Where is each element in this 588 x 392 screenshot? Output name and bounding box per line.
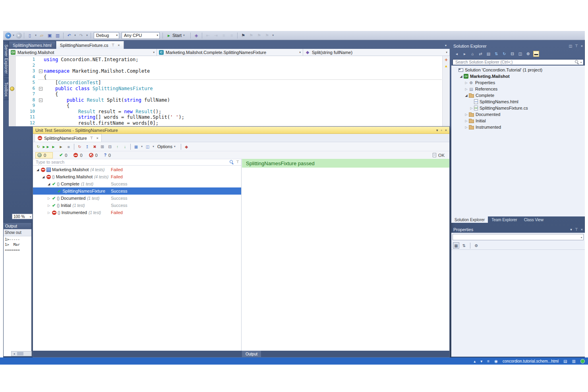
panel-tab-solution-explorer[interactable]: Solution Explorer: [451, 216, 488, 223]
code-line[interactable]: 10 Result result = new Result();: [9, 109, 442, 115]
editor-zoom-select[interactable]: 100 % ▾: [12, 214, 33, 219]
nav-forward-icon[interactable]: ▸: [16, 33, 22, 39]
output-text[interactable]: 1>-----1> Mar=======: [4, 236, 31, 357]
test-tree-row[interactable]: ▷✔()Initial(1 test)Success: [33, 202, 241, 209]
code-line[interactable]: 5 [ConcordionTest]: [9, 80, 442, 86]
code-line[interactable]: 12 result.firstName = words[0];: [9, 120, 442, 126]
run-all-icon[interactable]: ►►: [43, 143, 49, 150]
next-test-icon[interactable]: ↓: [122, 143, 128, 150]
pin-icon[interactable]: ⊤: [575, 44, 578, 48]
member-dropdown[interactable]: ◆ Split(string fullName) ▾: [303, 49, 450, 56]
solution-tree-row[interactable]: Solution 'Concordion.Tutorial' (1 projec…: [451, 67, 585, 73]
solution-explorer-titlebar[interactable]: Solution Explorer ◫⊤×: [451, 42, 585, 49]
panel-tab-team-explorer[interactable]: Team Explorer: [488, 216, 520, 223]
online-status-icon[interactable]: [580, 359, 585, 363]
code-line[interactable]: 6− public class SplittingNamesFixture: [9, 86, 442, 92]
breakpoint-margin[interactable]: [9, 109, 16, 115]
editor-annotation-bar[interactable]: + ▲: [442, 56, 450, 126]
coverage-caret-icon[interactable]: ▾: [152, 143, 155, 150]
stop-icon[interactable]: ■: [65, 143, 72, 150]
code-line[interactable]: 2: [9, 63, 442, 69]
breakpoint-margin[interactable]: [9, 97, 16, 103]
debug-run-icon[interactable]: ►: [58, 143, 64, 150]
breakpoint-margin[interactable]: [9, 68, 16, 74]
home-icon[interactable]: ⌂: [470, 51, 476, 57]
test-tree-row[interactable]: ◢Marketing.Mailshot(4 tests)Failed: [33, 166, 241, 173]
switch-views-icon[interactable]: ⇄: [478, 51, 484, 57]
forward-icon[interactable]: ▸: [462, 51, 468, 57]
nav-back-caret-icon[interactable]: ▾: [12, 32, 15, 39]
collapse-all-icon[interactable]: ⊟: [106, 143, 113, 150]
expander-expanded-icon[interactable]: ◢: [459, 75, 463, 78]
close-icon[interactable]: ×: [96, 136, 98, 140]
fold-margin[interactable]: −: [38, 97, 44, 103]
float-icon[interactable]: ▫: [441, 128, 442, 132]
counter-passed[interactable]: ✔0: [59, 153, 67, 158]
comment-icon[interactable]: ≡: [220, 32, 227, 39]
uncomment-icon[interactable]: ≡: [228, 32, 235, 39]
solution-tree-row[interactable]: ▷⚙Properties: [451, 79, 585, 86]
breakpoint-margin[interactable]: [9, 91, 16, 97]
scroll-left-icon[interactable]: ◂: [12, 351, 17, 356]
unit-test-marker-icon[interactable]: [10, 87, 14, 91]
scroll-down-icon[interactable]: ▾: [480, 359, 482, 363]
preview-selected-items-icon[interactable]: ▬: [533, 51, 539, 57]
debug-configuration-select[interactable]: Debug ▾: [94, 32, 119, 39]
test-tree-row[interactable]: ◢()Marketing.Mailshot(4 tests)Failed: [33, 173, 241, 180]
fold-margin[interactable]: −: [38, 68, 44, 74]
profiling-icon[interactable]: ◆: [183, 143, 190, 150]
sync-with-active-document-icon[interactable]: ⇅: [493, 51, 499, 57]
coverage-icon[interactable]: ◫: [144, 143, 151, 150]
test-tree-row[interactable]: ◢✔()Complete(1 test)Success: [33, 180, 241, 187]
solution-search-box[interactable]: ▾: [453, 59, 584, 65]
breakpoint-margin[interactable]: [9, 114, 16, 120]
expand-all-icon[interactable]: ⊞: [99, 143, 106, 150]
expander-collapsed-icon[interactable]: ▷: [47, 197, 51, 200]
project-dropdown[interactable]: C# Marketing.Mailshot ▾: [9, 49, 157, 56]
remove-session-icon[interactable]: ✖: [91, 143, 98, 150]
alphabetical-icon[interactable]: ⇅: [461, 242, 467, 249]
refresh-icon[interactable]: ↻: [501, 51, 507, 57]
undo-icon[interactable]: ↶: [66, 32, 73, 39]
start-debugging-button[interactable]: ► Start ▾: [165, 32, 188, 39]
clear-bookmarks-icon[interactable]: ⚑: [263, 32, 271, 39]
solution-tree-row[interactable]: ▷C#SplittingNamesFixture.cs: [451, 105, 585, 111]
solution-tree-row[interactable]: ▷Initial: [451, 118, 585, 124]
collapse-all-icon[interactable]: ⊟: [509, 51, 515, 57]
test-tree-row[interactable]: ▷()Instrumented(1 test)Failed: [33, 209, 241, 216]
open-file-icon[interactable]: ▱: [38, 32, 45, 39]
fold-collapse-icon[interactable]: −: [39, 87, 43, 91]
sidebar-tab-server-explorer[interactable]: Server Explorer: [3, 41, 9, 77]
panel-tab-class-view[interactable]: Class View: [521, 216, 547, 223]
previous-test-icon[interactable]: ↑: [114, 143, 121, 150]
pin-icon[interactable]: ⊤: [111, 43, 114, 47]
solution-tree-row[interactable]: ▷Instrumented: [451, 124, 585, 130]
pending-changes-icon[interactable]: ▤: [485, 51, 491, 57]
breakpoint-margin[interactable]: [9, 63, 16, 69]
breakpoint-margin[interactable]: [9, 86, 16, 92]
nav-back-icon[interactable]: ◂: [5, 33, 11, 39]
redo-icon[interactable]: ↷: [77, 32, 85, 39]
code-editor[interactable]: 1using Concordion.NET.Integration;23−nam…: [9, 56, 450, 126]
test-tree-row[interactable]: ✔SplittingNamesFixtureSuccess: [33, 187, 241, 195]
expander-collapsed-icon[interactable]: ▷: [464, 81, 468, 85]
document-list-chevron-icon[interactable]: ▾: [445, 44, 450, 49]
categorized-icon[interactable]: ▦: [453, 242, 459, 249]
solution-tree-row[interactable]: ▷Documented: [451, 111, 585, 118]
close-icon[interactable]: ×: [581, 44, 583, 48]
expander-collapsed-icon[interactable]: ▷: [464, 119, 468, 123]
expander-expanded-icon[interactable]: ◢: [41, 175, 45, 179]
solution-tree-row[interactable]: <>SplittingNames.html: [451, 98, 585, 105]
code-line[interactable]: 7 {: [9, 91, 442, 97]
rerun-failed-icon[interactable]: ↻: [76, 143, 83, 150]
find-in-files-icon[interactable]: ◈: [193, 32, 200, 39]
group-by-icon[interactable]: ▦: [133, 143, 139, 150]
pin-icon[interactable]: ⊤: [236, 160, 239, 164]
breakpoint-margin[interactable]: [9, 103, 16, 109]
counter-failed[interactable]: 0: [74, 153, 82, 158]
counter-ignored[interactable]: ?0: [104, 153, 111, 158]
close-icon[interactable]: ×: [581, 228, 583, 232]
save-icon[interactable]: ▣: [46, 32, 53, 39]
object-select[interactable]: ▾: [453, 234, 584, 240]
back-icon[interactable]: ◂: [454, 51, 460, 57]
